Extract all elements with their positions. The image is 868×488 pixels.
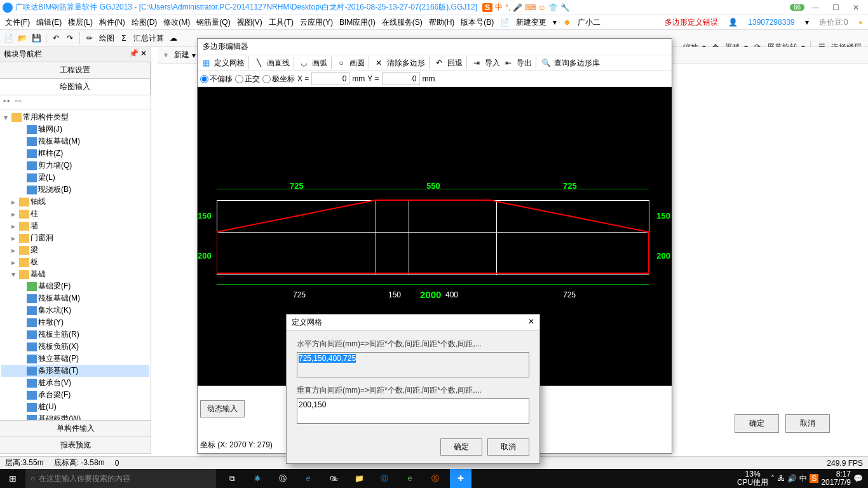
menu-bim[interactable]: BIM应用(I) (337, 16, 378, 29)
task-360-icon[interactable]: e (399, 469, 421, 488)
tree-foundation-strip-slab[interactable]: 基础板带(W) (38, 414, 81, 420)
menu-version[interactable]: 版本号(B) (458, 16, 496, 29)
ime-punct-icon[interactable]: °, (505, 3, 510, 12)
menu-tool[interactable]: 工具(T) (266, 16, 296, 29)
line-icon[interactable]: ╲ (253, 57, 264, 69)
menu-edit[interactable]: 编辑(E) (34, 16, 64, 29)
ime-bar[interactable]: S 中 °, 🎤 ⌨ ☺ 👕 🔧 (482, 2, 570, 13)
draw-circle-button[interactable]: 画圆 (349, 58, 365, 69)
tree-cap-beam[interactable]: 承台梁(F) (38, 390, 71, 400)
expand-tree-icon[interactable]: ⁺⁺ (3, 98, 10, 107)
tree-strip-foundation[interactable]: 条形基础(T) (38, 365, 78, 376)
ortho-radio[interactable]: 正交 (235, 74, 260, 85)
circle-icon[interactable]: ○ (336, 57, 347, 69)
menu-cloud[interactable]: 云应用(Y) (297, 16, 336, 29)
query-library-button[interactable]: 查询多边形库 (554, 58, 600, 69)
summary-label[interactable]: 汇总计算 (132, 33, 165, 44)
tree-raft-main[interactable]: 筏板主筋(R) (38, 329, 79, 340)
tab-draw-input[interactable]: 绘图输入 (0, 79, 151, 95)
draw-tool-icon[interactable]: ✏ (84, 32, 95, 44)
tree-slab-cat[interactable]: 板 (31, 257, 38, 268)
arc-icon[interactable]: ◡ (298, 57, 309, 69)
define-grid-button[interactable]: 定义网格 (214, 58, 245, 69)
back-button[interactable]: 回退 (447, 58, 463, 69)
tree-isolated-foundation[interactable]: 独立基础(P) (38, 353, 79, 364)
tree-cast-slab[interactable]: 现浇板(B) (38, 184, 71, 195)
ime-lang[interactable]: 中 (495, 2, 503, 13)
task-app4-icon[interactable]: Ⓢ (424, 469, 446, 488)
tree-raft-foundation[interactable]: 筏板基础(M) (38, 136, 80, 147)
task-app2-icon[interactable]: Ⓖ (272, 469, 294, 488)
new-change-button[interactable]: 新建变更 (513, 16, 549, 29)
tree-column[interactable]: 柱 (31, 208, 38, 219)
tree-foundation-beam[interactable]: 基础梁(F) (38, 281, 71, 292)
task-explorer-icon[interactable]: 📁 (348, 469, 370, 488)
sogou-logo[interactable]: S (482, 3, 492, 12)
tray-clock[interactable]: 8:17 2017/7/9 (821, 470, 851, 487)
tree-raft-neg[interactable]: 筏板负筋(X) (38, 341, 79, 352)
grid-icon[interactable]: ▦ (200, 57, 212, 69)
start-button[interactable]: ⊞ (0, 473, 25, 484)
tray-up-icon[interactable]: ˄ (771, 474, 775, 483)
menu-modify[interactable]: 修改(M) (161, 16, 193, 29)
back-icon[interactable]: ↶ (433, 57, 445, 69)
dynamic-input-button[interactable]: 动态输入 (200, 400, 245, 417)
sum-icon[interactable]: Σ (118, 32, 130, 44)
open-file-icon[interactable]: 📂 (17, 32, 28, 44)
tray-volume-icon[interactable]: 🔊 (787, 474, 797, 483)
task-store-icon[interactable]: 🛍 (323, 469, 344, 488)
ime-skin-icon[interactable]: 👕 (548, 3, 558, 12)
tab-project-settings[interactable]: 工程设置 (0, 62, 151, 78)
task-view-icon[interactable]: ⧉ (221, 469, 243, 488)
new-component-icon[interactable]: ＋ (160, 50, 172, 61)
menu-floor[interactable]: 楼层(L) (65, 16, 95, 29)
menu-draw[interactable]: 绘图(D) (129, 16, 160, 29)
tree-frame-column[interactable]: 框柱(Z) (38, 148, 63, 159)
redo-icon[interactable]: ↷ (64, 32, 76, 44)
horizontal-spacing-input[interactable]: 725,150,400,725 (297, 352, 529, 377)
ime-keyboard-icon[interactable]: ⌨ (525, 3, 536, 12)
import-icon[interactable]: ⇥ (471, 57, 482, 69)
draw-arc-button[interactable]: 画弧 (312, 58, 327, 69)
export-button[interactable]: 导出 (517, 58, 532, 69)
export-icon[interactable]: ⇤ (503, 57, 514, 69)
tree-pier[interactable]: 柱墩(Y) (38, 317, 64, 328)
tree-beam[interactable]: 梁(L) (38, 172, 55, 183)
pin-icon[interactable]: 📌 ✕ (129, 49, 147, 60)
undo-icon[interactable]: ↶ (50, 32, 62, 44)
menu-rebar[interactable]: 钢筋量(Q) (194, 16, 233, 29)
task-app3-icon[interactable]: Ⓖ (374, 469, 395, 488)
tree-beam-cat[interactable]: 梁 (31, 245, 38, 255)
ime-face-icon[interactable]: ☺ (538, 3, 546, 12)
editor-ok-button[interactable]: 确定 (735, 414, 779, 433)
y-input[interactable] (382, 72, 420, 85)
polar-radio[interactable]: 极坐标 (262, 74, 295, 85)
account-label[interactable]: 13907298339 (745, 17, 797, 28)
clear-polygon-button[interactable]: 清除多边形 (387, 58, 425, 69)
task-app5-icon[interactable]: ✚ (450, 469, 471, 488)
tree-opening[interactable]: 门窗洞 (31, 233, 53, 243)
new-component-label[interactable]: 新建 (174, 50, 189, 60)
tree-axis[interactable]: 轴线 (31, 196, 46, 207)
tree-axis-grid[interactable]: 轴网(J) (38, 124, 62, 135)
save-file-icon[interactable]: 💾 (31, 32, 42, 44)
maximize-button[interactable]: ☐ (826, 3, 845, 12)
taskbar-search[interactable]: ○ 在这里输入你要搜索的内容 (25, 469, 216, 488)
draw-label[interactable]: 绘图 (98, 33, 116, 44)
import-button[interactable]: 导入 (485, 58, 500, 69)
vertical-spacing-input[interactable]: 200,150 (297, 398, 529, 424)
clear-icon[interactable]: ✕ (373, 57, 384, 69)
task-edge-icon[interactable]: e (297, 469, 319, 488)
close-button[interactable]: ✕ (846, 3, 865, 12)
tree-foundation[interactable]: 基础 (31, 269, 46, 280)
menu-online[interactable]: 在线服务(S) (379, 16, 425, 29)
tree-pile[interactable]: 桩(U) (38, 402, 57, 412)
tab-single-component[interactable]: 单构件输入 (0, 421, 151, 437)
search-icon[interactable]: 🔍 (540, 57, 552, 69)
component-tree[interactable]: ▾常用构件类型 轴网(J) 筏板基础(M) 框柱(Z) 剪力墙(Q) 梁(L) … (0, 110, 151, 420)
menu-help[interactable]: 帮助(H) (426, 16, 458, 29)
security-badge[interactable]: 66 (790, 4, 804, 11)
dialog-cancel-button[interactable]: 取消 (487, 438, 529, 456)
tray-notifications-icon[interactable]: 💬 (853, 474, 863, 483)
tree-wall[interactable]: 墙 (31, 220, 38, 231)
